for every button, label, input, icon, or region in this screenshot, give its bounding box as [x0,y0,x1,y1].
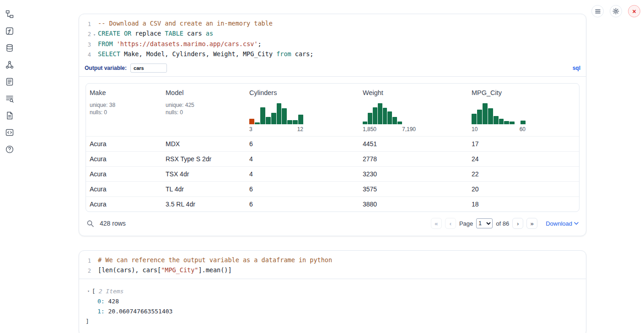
tree-entry-value: 428 [108,298,118,305]
line-number: 3 [79,39,91,49]
line-number: 1 [79,19,91,29]
table-row[interactable]: AcuraTL 4dr6357520 [86,181,579,196]
output-variable-input[interactable] [130,63,167,73]
column-stat: unique: 38 [90,101,158,109]
histogram-bar [472,114,477,124]
histogram-bar [271,113,276,124]
help-icon[interactable] [4,143,16,155]
column-header-weight[interactable]: Weight1,8507,190 [359,89,468,132]
fold-spacer [91,39,98,49]
histogram-bar [266,117,271,124]
search-icon[interactable] [86,220,94,227]
documentation-icon[interactable] [4,127,16,138]
logs-icon[interactable] [4,93,16,105]
tree-close-bracket: ] [79,317,586,327]
last-page-button[interactable]: » [526,218,537,229]
histogram-bar [499,119,504,124]
table-cell: 17 [468,140,579,148]
table-cell: Acura [86,185,162,193]
table-cell: Acura [86,140,162,148]
table-cell: 3575 [359,185,468,193]
code-token: cars; [291,50,314,58]
notebook-content: 1-- Download a CSV and create an in-memo… [79,14,586,333]
dependency-graph-icon[interactable] [4,59,16,71]
code-text: FROM 'https://datasets.marimo.app/cars.c… [98,39,262,49]
code-token: OR [124,30,131,37]
code-token: ].mean()] [198,266,231,274]
scratchpad-icon[interactable] [4,76,16,88]
table-cell: 18 [468,201,579,208]
column-histogram[interactable] [363,101,402,124]
table-row[interactable]: AcuraTSX 4dr4323022 [86,166,579,181]
column-stat: nulls: 0 [166,109,242,116]
table-cell: Acura [86,170,162,178]
column-histogram[interactable] [249,101,303,124]
fold-spacer [91,49,98,59]
table-cell: 3880 [359,201,468,208]
column-header-make[interactable]: Makeunique: 38nulls: 0 [86,89,162,116]
line-number: 2 [79,29,91,39]
code-token: # We can reference the output variable a… [98,256,332,264]
histogram-bar [387,111,392,124]
column-header-mpg_city[interactable]: MPG_City1060 [468,89,579,132]
chevron-down-icon [574,222,579,225]
language-badge[interactable]: sql [573,65,580,71]
fold-spacer [91,255,98,265]
fold-spacer [91,265,98,275]
python-code-editor[interactable]: 1# We can reference the output variable … [79,251,586,279]
table-row[interactable]: Acura3.5 RL 4dr6388018 [86,196,579,211]
code-text: [len(cars), cars["MPG_City"].mean()] [98,265,232,275]
column-stat: unique: 425 [166,101,242,109]
code-line[interactable]: 2▾CREATE OR replace TABLE cars as [79,29,586,39]
snippets-icon[interactable] [4,110,16,122]
variables-icon[interactable] [4,25,16,37]
table-wrapper: Makeunique: 38nulls: 0Modelunique: 425nu… [79,77,586,212]
tree-entry: 0: 428 [79,296,586,307]
histogram-bar [293,120,298,124]
column-name: Weight [363,89,464,96]
tree-collapse-chevron-icon[interactable]: ▾ [87,286,90,296]
code-text: # We can reference the output variable a… [98,255,332,265]
table-cell: 3.5 RL 4dr [162,201,246,208]
file-tree-icon[interactable] [4,8,16,20]
download-button[interactable]: Download [546,220,579,227]
table-cell: 6 [246,201,359,208]
page-select[interactable]: 1 [476,218,493,228]
code-token [113,40,117,48]
output-variable-row: Output variable: sql [79,63,586,77]
histogram-bar [494,116,499,124]
sql-cell-card: 1-- Download a CSV and create an in-memo… [79,14,586,236]
code-line[interactable]: 1-- Download a CSV and create an in-memo… [79,19,586,29]
column-histogram[interactable] [472,101,526,124]
page-total-label: of 86 [496,220,509,227]
histogram-bar [255,122,260,124]
first-page-button[interactable]: « [431,218,442,229]
code-token: from [276,50,291,58]
code-line[interactable]: 1# We can reference the output variable … [79,255,586,265]
sql-code-editor[interactable]: 1-- Download a CSV and create an in-memo… [79,14,586,63]
histogram-bar [373,107,377,124]
code-token: Make, Model, Cylinders, Weight, MPG_City [120,50,276,58]
table-cell: 2778 [359,155,468,163]
tree-entry-key: 1: [97,308,108,315]
next-page-button[interactable]: › [512,218,523,229]
table-header: Makeunique: 38nulls: 0Modelunique: 425nu… [86,84,579,136]
settings-gear-icon[interactable] [610,5,622,17]
code-token: -- Download a CSV and create an in-memor… [98,20,273,27]
shutdown-close-icon[interactable]: × [628,5,640,17]
column-header-cylinders[interactable]: Cylinders312 [246,89,359,132]
table-row[interactable]: AcuraMDX6445117 [86,136,579,151]
datasources-icon[interactable] [4,42,16,54]
code-text: SELECT Make, Model, Cylinders, Weight, M… [98,49,313,59]
table-row[interactable]: AcuraRSX Type S 2dr4277824 [86,151,579,166]
fold-chevron-icon[interactable]: ▾ [91,29,98,39]
prev-page-button[interactable]: ‹ [445,218,456,229]
code-line[interactable]: 2[len(cars), cars["MPG_City"].mean()] [79,265,586,275]
histogram-bar [378,103,382,124]
menu-icon[interactable] [591,5,604,17]
code-line[interactable]: 3FROM 'https://datasets.marimo.app/cars.… [79,39,586,49]
code-line[interactable]: 4SELECT Make, Model, Cylinders, Weight, … [79,49,586,59]
histogram-range: 1,8507,190 [363,126,416,132]
column-header-model[interactable]: Modelunique: 425nulls: 0 [162,89,246,116]
range-min: 10 [472,126,478,132]
